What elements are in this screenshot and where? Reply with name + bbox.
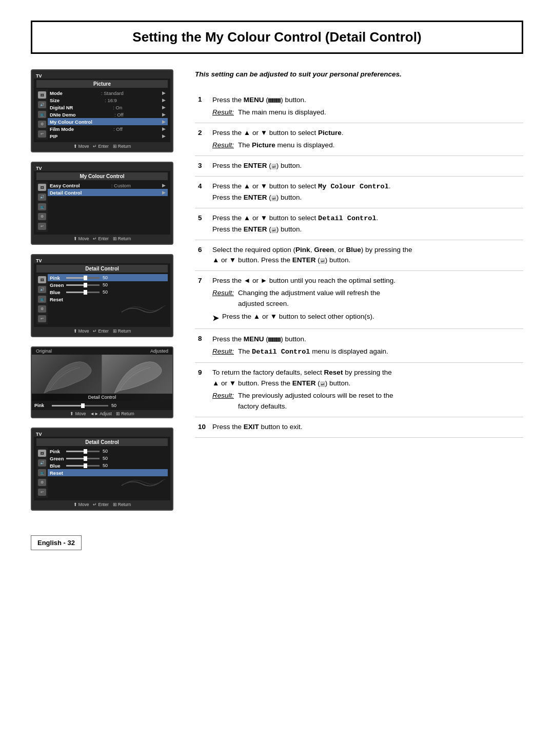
split-pink-row: Pink 50: [34, 402, 170, 409]
step-row-3: 3 Press the ENTER (↵) button.: [195, 156, 523, 176]
tv-label-2: TV: [34, 165, 170, 171]
step-num-6: 6: [195, 240, 209, 271]
tv-icons-col-2: 🖼 🔊 📺 ⚙ ↩: [36, 182, 48, 232]
tv-row-mode: Mode : Standard ▶: [48, 89, 168, 96]
tv-icon-3-picture: 🖼: [38, 276, 46, 283]
step-row-5: 5 Press the ▲ or ▼ button to select Deta…: [195, 208, 523, 240]
step-content-8: Press the MENU (▦▦▦) button. Result: The…: [209, 329, 523, 363]
split-label-original: Original: [36, 348, 52, 354]
tv-icon-picture: 🖼: [38, 91, 46, 99]
step-num-4: 4: [195, 176, 209, 208]
split-image-area: Detail Control: [32, 355, 172, 401]
tv-screen-4-split: Original Adjusted: [31, 346, 173, 418]
tv-icon-3-channel: 📺: [38, 296, 46, 303]
tv-icon-5-channel: 📺: [38, 469, 46, 476]
split-label-bar: Original Adjusted: [32, 347, 172, 355]
tv-icon-input: ↩: [38, 130, 46, 138]
tv-row-dnie: DNIe Demo : Off ▶: [48, 111, 168, 118]
tv-screen-3: TV Detail Control 🖼 🔊 📺 ⚙ ↩: [31, 254, 173, 337]
step-content-7: Press the ◄ or ► button until you reach …: [209, 271, 523, 329]
tv-icons-col-1: 🖼 🔊 📺 ⚙ ↩: [36, 89, 48, 140]
tv-icon-5-setup: ⚙: [38, 479, 46, 486]
tv-footer-3: ⬆ Move ↵ Enter ⊞ Return: [34, 327, 170, 334]
tv-icon-2-channel: 📺: [38, 203, 46, 210]
tv-icon-3-sound: 🔊: [38, 286, 46, 293]
step-num-9: 9: [195, 363, 209, 417]
step-row-6: 6 Select the required option (Pink, Gree…: [195, 240, 523, 271]
step-content-4: Press the ▲ or ▼ button to select My Col…: [209, 176, 523, 208]
result-text-7: Changing the adjustment value will refre…: [238, 288, 380, 309]
tv-row-easy: Easy Control : Custom ▶: [48, 182, 168, 189]
tv-row-pip: PIP ▶: [48, 132, 168, 140]
tv-icon-2-input: ↩: [38, 223, 46, 230]
step-content-1: Press the MENU (▦▦▦) button. Result: The…: [209, 90, 523, 123]
result-label-8: Result:: [212, 346, 234, 358]
tv-header-1: Picture: [36, 80, 168, 88]
step-row-8: 8 Press the MENU (▦▦▦) button. Result: T…: [195, 329, 523, 363]
tv-footer-2: ⬆ Move ↵ Enter ⊞ Return: [34, 235, 170, 242]
left-column: TV Picture 🖼 🔊 📺 ⚙ ↩ Mode: [31, 69, 180, 735]
result-text-9: The previously adjusted colours will be …: [238, 391, 393, 412]
tv-label-1: TV: [34, 72, 170, 79]
tv-header-2: My Colour Control: [36, 172, 168, 180]
tv-icon-channel: 📺: [38, 111, 46, 118]
tv-row-mycolour: My Colour Control ▶: [48, 118, 168, 125]
right-column: This setting can be adjusted to suit you…: [195, 69, 523, 735]
tv-icon-5-picture: 🖼: [38, 450, 46, 457]
split-overlay-bar: Detail Control: [32, 394, 172, 401]
tv-footer-1: ⬆ Move ↵ Enter ⊞ Return: [34, 142, 170, 149]
step-row-1: 1 Press the MENU (▦▦▦) button. Result: T…: [195, 90, 523, 123]
tv-icon-3-setup: ⚙: [38, 305, 46, 313]
tv-row-green-5: Green 50: [48, 455, 168, 462]
step-num-1: 1: [195, 90, 209, 123]
tv-icon-2-setup: ⚙: [38, 213, 46, 220]
tv-row-reset-5: Reset: [48, 469, 168, 476]
page-title: Setting the My Colour Control (Detail Co…: [132, 29, 421, 45]
tv-row-blue: Blue 50: [48, 288, 168, 296]
tv-row-detail: Detail Control ▶: [48, 189, 168, 196]
step-row-9: 9 To return the factory defaults, select…: [195, 363, 523, 417]
tv-label-5: TV: [34, 431, 170, 437]
split-footer-return: ⊞ Return: [116, 411, 134, 416]
tv-header-5: Detail Control: [36, 438, 168, 446]
result-text-2: The Picture menu is displayed.: [238, 140, 334, 151]
step-row-10: 10 Press the EXIT button to exit.: [195, 417, 523, 437]
tv-row-reset-3: Reset: [48, 296, 168, 303]
tv-screen-5: TV Detail Control 🖼 🔊 📺 ⚙ ↩: [31, 428, 173, 511]
step-num-8: 8: [195, 329, 209, 363]
step-content-2: Press the ▲ or ▼ button to select Pictur…: [209, 123, 523, 156]
split-footer-move: ⬆ Move: [70, 411, 86, 416]
split-label-adjusted: Adjusted: [150, 348, 168, 354]
tv-row-blue-5: Blue 50: [48, 462, 168, 469]
result-text-8: The Detail Control menu is displayed aga…: [238, 346, 388, 358]
tv-icon-5-input: ↩: [38, 489, 46, 496]
tv-screen-1: TV Picture 🖼 🔊 📺 ⚙ ↩ Mode: [31, 69, 173, 152]
tv-icons-col-5: 🖼 🔊 📺 ⚙ ↩: [36, 448, 48, 498]
tv-icon-5-sound: 🔊: [38, 459, 46, 467]
result-text-1: The main menu is displayed.: [238, 107, 326, 118]
split-footer: ⬆ Move ◄► Adjust ⊞ Return: [32, 410, 172, 417]
page: Setting the My Colour Control (Detail Co…: [0, 0, 554, 756]
tv-screen-2: TV My Colour Control 🖼 🔊 📺 ⚙ ↩: [31, 162, 173, 245]
tv-icon-2-picture: 🖼: [38, 184, 46, 191]
tv-icons-col-3: 🖼 🔊 📺 ⚙ ↩: [36, 274, 48, 324]
tv-row-dnr: Digital NR : On ▶: [48, 104, 168, 111]
tv-icon-3-input: ↩: [38, 315, 46, 322]
step-num-5: 5: [195, 208, 209, 240]
result-label-7: Result:: [212, 288, 234, 309]
tv-row-green: Green 50: [48, 281, 168, 288]
step-row-7: 7 Press the ◄ or ► button until you reac…: [195, 271, 523, 329]
tv-label-3: TV: [34, 257, 170, 263]
step-note-7: ➤ Press the ▲ or ▼ button to select othe…: [212, 312, 520, 324]
step-content-3: Press the ENTER (↵) button.: [209, 156, 523, 176]
tv-icon-2-sound: 🔊: [38, 193, 46, 201]
tv-icon-setup: ⚙: [38, 121, 46, 128]
step-num-2: 2: [195, 123, 209, 156]
step-row-4: 4 Press the ▲ or ▼ button to select My C…: [195, 176, 523, 208]
title-box: Setting the My Colour Control (Detail Co…: [31, 21, 523, 54]
step-content-5: Press the ▲ or ▼ button to select Detail…: [209, 208, 523, 240]
step-num-3: 3: [195, 156, 209, 176]
result-label-1: Result:: [212, 107, 234, 118]
tv-icon-sound: 🔊: [38, 101, 46, 108]
result-label-2: Result:: [212, 140, 234, 151]
